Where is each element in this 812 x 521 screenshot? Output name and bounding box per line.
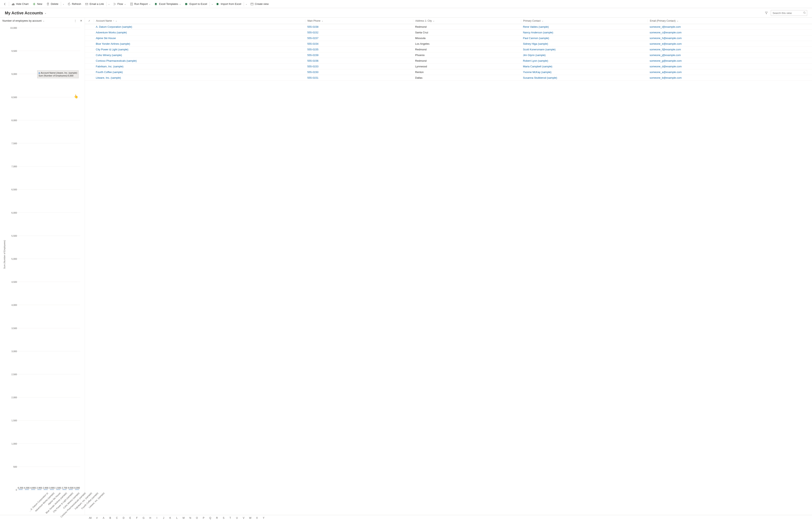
- import-split-chevron[interactable]: ⌄: [244, 3, 248, 5]
- account-name-link[interactable]: City Power & Light (sample): [96, 48, 128, 51]
- bar-slot[interactable]: 6,000Litware, Inc. (sample): [74, 486, 80, 490]
- contact-link[interactable]: Robert Lyon (sample): [523, 59, 548, 62]
- phone-link[interactable]: 555-0156: [307, 59, 318, 62]
- phone-link[interactable]: 555-0158: [307, 25, 318, 28]
- email-split-chevron[interactable]: ⌄: [107, 3, 111, 5]
- create-view-button[interactable]: Create view: [248, 1, 271, 7]
- bar-slot[interactable]: 2,700Fabrikam, Inc. (sample): [62, 486, 68, 490]
- phone-link[interactable]: 555-0150: [307, 71, 318, 74]
- account-name-link[interactable]: Alpine Ski House: [96, 37, 116, 40]
- alpha-C[interactable]: C: [114, 517, 120, 519]
- alpha-All[interactable]: All: [87, 517, 94, 519]
- table-row[interactable]: Contoso Pharmaceuticals (sample)555-0156…: [85, 58, 812, 64]
- alpha-B[interactable]: B: [107, 517, 114, 519]
- bar-slot[interactable]: 2,900City Power & Light (sample): [43, 486, 49, 490]
- alpha-L[interactable]: L: [174, 517, 180, 519]
- alpha-D[interactable]: D: [120, 517, 127, 519]
- account-name-link[interactable]: Fourth Coffee (sample): [96, 71, 123, 74]
- account-name-link[interactable]: Fabrikam, Inc. (sample): [96, 65, 123, 68]
- bar-slot[interactable]: 4,300Adventure Works (sample): [24, 486, 30, 490]
- column-header-name[interactable]: Account Name ↑ ⌄: [94, 19, 305, 22]
- account-name-link[interactable]: A. Datum Corporation (sample): [96, 25, 132, 28]
- run-report-button[interactable]: Run Report ⌄: [128, 1, 152, 7]
- export-split-chevron[interactable]: ⌄: [210, 3, 214, 5]
- hide-chart-button[interactable]: Hide Chart: [9, 1, 30, 7]
- search-icon[interactable]: [803, 11, 806, 15]
- excel-templates-button[interactable]: x Excel Templates ⌄: [152, 1, 183, 7]
- alpha-R[interactable]: R: [214, 517, 220, 519]
- account-name-link[interactable]: Litware, Inc. (sample): [96, 76, 121, 79]
- account-name-link[interactable]: Adventure Works (sample): [96, 31, 127, 34]
- contact-link[interactable]: Nancy Anderson (sample): [523, 31, 553, 34]
- chart-more-button[interactable]: ⋮: [74, 19, 77, 22]
- alpha-V[interactable]: V: [240, 517, 247, 519]
- bar-slot[interactable]: 4,800Alpine Ski House: [30, 486, 36, 490]
- alpha-E[interactable]: E: [127, 517, 134, 519]
- alpha-A[interactable]: A: [100, 517, 107, 519]
- bar[interactable]: [69, 490, 73, 490]
- filter-icon[interactable]: [765, 11, 768, 15]
- flow-button[interactable]: Flow ⌄: [111, 1, 128, 7]
- phone-link[interactable]: 555-0154: [307, 42, 318, 45]
- bar[interactable]: [63, 490, 67, 490]
- table-row[interactable]: Alpine Ski House555-0157MissoulaPaul Can…: [85, 36, 812, 41]
- alpha-T[interactable]: T: [227, 517, 234, 519]
- alpha-K[interactable]: K: [167, 517, 174, 519]
- email-link[interactable]: someone_b@example.com: [650, 76, 682, 79]
- email-link[interactable]: someone_e@example.com: [650, 42, 682, 45]
- email-link[interactable]: someone_d@example.com: [650, 65, 682, 68]
- contact-link[interactable]: Sidney Higa (sample): [523, 42, 548, 45]
- phone-link[interactable]: 555-0152: [307, 31, 318, 34]
- alpha-G[interactable]: G: [140, 517, 147, 519]
- table-row[interactable]: Fourth Coffee (sample)555-0150RentonYvon…: [85, 69, 812, 75]
- contact-link[interactable]: Paul Cannon (sample): [523, 37, 549, 40]
- phone-link[interactable]: 555-0157: [307, 37, 318, 40]
- export-excel-button[interactable]: Export to Excel: [183, 1, 209, 7]
- column-header-email[interactable]: Email (Primary Contact) ⌄: [648, 19, 812, 22]
- contact-link[interactable]: Maria Campbell (sample): [523, 65, 552, 68]
- bar[interactable]: [75, 490, 79, 490]
- alpha-H[interactable]: H: [147, 517, 153, 519]
- account-name-link[interactable]: Blue Yonder Airlines (sample): [96, 42, 130, 45]
- email-link-button[interactable]: Email a Link: [83, 1, 106, 7]
- table-row[interactable]: A. Datum Corporation (sample)555-0158Red…: [85, 24, 812, 30]
- column-header-city[interactable]: Address 1: City ⌄: [413, 19, 521, 22]
- alpha-N[interactable]: N: [187, 517, 194, 519]
- alpha-J[interactable]: J: [160, 517, 167, 519]
- bar[interactable]: [25, 490, 29, 490]
- column-header-contact[interactable]: Primary Contact ⌄: [521, 19, 648, 22]
- view-selector[interactable]: My Active Accounts ⌄: [5, 11, 46, 15]
- phone-link[interactable]: 555-0159: [307, 53, 318, 56]
- back-button[interactable]: [1, 1, 8, 7]
- alpha-O[interactable]: O: [194, 517, 200, 519]
- delete-split-chevron[interactable]: ⌄: [62, 3, 66, 5]
- table-row[interactable]: Fabrikam, Inc. (sample)555-0153LynnwoodM…: [85, 64, 812, 69]
- bar[interactable]: [19, 490, 23, 490]
- account-name-link[interactable]: Contoso Pharmaceuticals (sample): [96, 59, 137, 62]
- search-input[interactable]: [771, 10, 807, 16]
- select-all-checkbox[interactable]: ✓: [85, 19, 94, 22]
- contact-link[interactable]: Susanna Stubberod (sample): [523, 76, 557, 79]
- alpha-P[interactable]: P: [200, 517, 207, 519]
- email-link[interactable]: someone_g@example.com: [650, 59, 682, 62]
- chart-close-button[interactable]: ✕: [80, 19, 82, 22]
- email-link[interactable]: someone_c@example.com: [650, 31, 682, 34]
- bar[interactable]: [31, 490, 35, 490]
- refresh-button[interactable]: Refresh: [66, 1, 83, 7]
- alpha-W[interactable]: W: [247, 517, 254, 519]
- bar[interactable]: [38, 490, 42, 490]
- contact-link[interactable]: Yvonne McKay (sample): [523, 71, 551, 74]
- column-header-phone[interactable]: Main Phone ⌄: [305, 19, 413, 22]
- bar[interactable]: [50, 490, 54, 490]
- table-row[interactable]: Coho Winery (sample)555-0159PhoenixJim G…: [85, 52, 812, 58]
- delete-button[interactable]: Delete: [44, 1, 61, 7]
- table-row[interactable]: Blue Yonder Airlines (sample)555-0154Los…: [85, 41, 812, 47]
- phone-link[interactable]: 555-0151: [307, 76, 318, 79]
- alpha-#[interactable]: #: [94, 517, 100, 519]
- email-link[interactable]: someone_i@example.com: [650, 25, 681, 28]
- alpha-U[interactable]: U: [234, 517, 240, 519]
- email-link[interactable]: someone_h@example.com: [650, 37, 682, 40]
- bar-slot[interactable]: 2,900Blue Yonder Airlines (sample): [36, 486, 43, 490]
- email-link[interactable]: someone_a@example.com: [650, 71, 682, 74]
- new-button[interactable]: New: [30, 1, 44, 7]
